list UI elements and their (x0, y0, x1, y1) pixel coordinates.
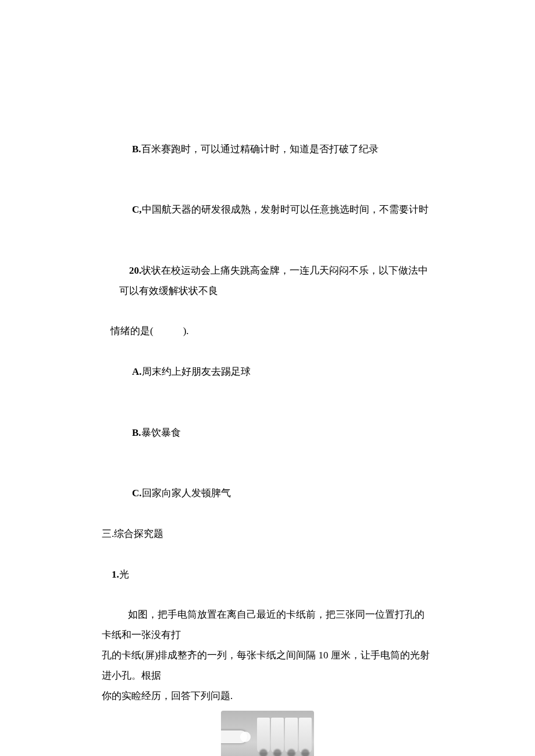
q20-option-a-text: 周末约上好朋友去踢足球 (142, 366, 251, 377)
p1-heading: 1.光 (102, 544, 433, 605)
flashlight-icon (221, 730, 247, 743)
option-label-c: C. (132, 488, 142, 499)
flashlight-cards-illustration (221, 711, 314, 756)
q19-option-b: B.百米赛跑时，可以通过精确计时，知道是否打破了纪录 (102, 119, 433, 180)
p1-para-line1: 如图，把手电筒放置在离自己最近的卡纸前，把三张同一位置打孔的卡纸和一张没有打 (102, 605, 433, 646)
q19-option-c: C,中国航天器的研发很成熟，发射时可以任意挑选时间，不需要计时 (102, 180, 433, 241)
cardboard-icon (299, 718, 312, 753)
option-label-b: B. (132, 144, 141, 155)
q20-stem-text1: 状状在校运动会上痛失跳高金牌，一连几天闷闷不乐，以下做法中可以有效缓解状状不良 (119, 265, 428, 296)
option-label-b: B. (132, 427, 141, 438)
section-3-header: 三.综合探究题 (102, 524, 433, 544)
q19-option-c-text: 中国航天器的研发很成熟，发射时可以任意挑选时间，不需要计时 (142, 204, 429, 215)
cardboard-icon (257, 718, 270, 753)
q20-number: 20. (129, 265, 141, 276)
q20-stem-line2: 情绪的是( ). (102, 321, 433, 342)
q20-stem-line1: 20.状状在校运动会上痛失跳高金牌，一连几天闷闷不乐，以下做法中可以有效缓解状状… (102, 241, 433, 321)
p1-figure (102, 711, 433, 756)
q20-option-a: A.周末约上好朋友去踢足球 (102, 342, 433, 403)
q19-option-b-text: 百米赛跑时，可以通过精确计时，知道是否打破了纪录 (141, 144, 379, 155)
q20-option-c: C.回家向家人发顿脾气 (102, 463, 433, 524)
q20-option-b: B.暴饮暴食 (102, 403, 433, 464)
p1-para-line3: 你的实睑经历，回答下列问题. (102, 686, 433, 707)
cardboard-icon (285, 718, 298, 753)
exam-page: B.百米赛跑时，可以通过精确计时，知道是否打破了纪录 C,中国航天器的研发很成熟… (0, 0, 535, 756)
option-label-c: C, (132, 204, 142, 215)
option-label-a: A. (132, 366, 142, 377)
q20-option-b-text: 暴饮暴食 (141, 427, 181, 438)
p1-para-line2: 孔的卡纸(屏)排成整齐的一列，每张卡纸之间间隔 10 厘米，让手电筒的光射进小孔… (102, 646, 433, 686)
cardboard-icon (271, 718, 284, 753)
q20-option-c-text: 回家向家人发顿脾气 (142, 488, 231, 499)
p1-number: 1. (112, 569, 119, 580)
p1-title: 光 (119, 569, 129, 580)
